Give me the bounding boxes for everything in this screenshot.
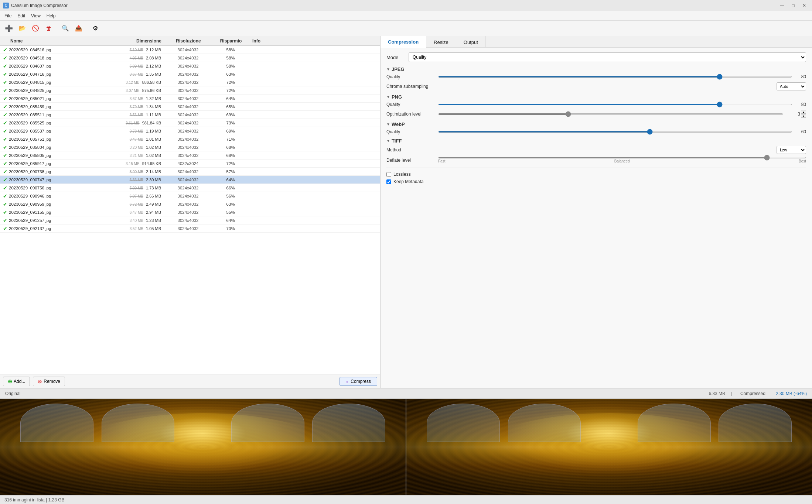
file-row[interactable]: ✔ 20230529_085805.jpg 3.21 MB 1.02 MB 30… (0, 151, 380, 160)
file-status-icon: ✔ (1, 54, 9, 62)
keep-metadata-checkbox[interactable] (386, 179, 391, 184)
menu-edit[interactable]: Edit (14, 12, 28, 20)
file-row[interactable]: ✔ 20230529_085804.jpg 3.20 MB 1.02 MB 30… (0, 143, 380, 151)
file-orig-size: 5.10 MB (130, 48, 143, 52)
webp-section-header: ▼ WebP (386, 121, 806, 127)
file-savings: 57% (212, 169, 249, 174)
file-row[interactable]: ✔ 20230529_084815.jpg 3.12 MB 886.58 KB … (0, 78, 380, 86)
file-name: 20230529_084716.jpg (9, 72, 94, 76)
remove-files-button[interactable]: ⊗ Remove (33, 377, 65, 386)
menu-file[interactable]: File (1, 12, 14, 20)
jpeg-quality-value: 80 (795, 74, 806, 79)
file-new-size: 1.34 MB (146, 104, 161, 109)
png-opt-up[interactable]: ▲ (801, 110, 806, 114)
file-status-icon: ✔ (1, 87, 9, 94)
add-button[interactable]: ➕ (3, 23, 15, 34)
file-new-size: 886.58 KB (142, 80, 161, 85)
add-files-button[interactable]: ⊕ Add... (3, 377, 30, 386)
file-row[interactable]: ✔ 20230529_090738.jpg 5.00 MB 2.14 MB 30… (0, 168, 380, 176)
file-resolution: 3024x4032 (164, 64, 212, 68)
tab-compression[interactable]: Compression (381, 36, 426, 48)
mode-select[interactable]: Quality (409, 52, 806, 62)
file-name: 20230529_085021.jpg (9, 96, 94, 101)
tab-resize[interactable]: Resize (426, 36, 456, 48)
file-resolution: 3024x4032 (164, 48, 212, 52)
file-row[interactable]: ✔ 20230529_085459.jpg 3.79 MB 1.34 MB 30… (0, 103, 380, 111)
png-opt-down[interactable]: ▼ (801, 114, 806, 118)
file-resolution: 3024x4032 (164, 153, 212, 158)
file-row[interactable]: ✔ 20230529_084716.jpg 3.67 MB 1.35 MB 30… (0, 70, 380, 78)
file-status-icon: ✔ (1, 176, 9, 184)
close-button[interactable]: ✕ (799, 2, 809, 9)
file-name: 20230529_090756.jpg (9, 186, 94, 190)
file-dimension: 4.95 MB 2.08 MB (94, 56, 164, 60)
compress-button[interactable]: ⬦ Compress (340, 377, 377, 386)
file-resolution: 3024x4032 (164, 80, 212, 85)
right-panel: Compression Resize Output Mode Quality ▼… (381, 36, 812, 388)
file-row[interactable]: ✔ 20230529_084825.jpg 3.07 MB 875.86 KB … (0, 86, 380, 95)
tiff-deflate-slider[interactable] (438, 157, 806, 158)
png-opt-value: 3 (789, 112, 800, 117)
file-row[interactable]: ✔ 20230529_085511.jpg 3.56 MB 1.11 MB 30… (0, 111, 380, 119)
png-triangle: ▼ (386, 95, 390, 99)
maximize-button[interactable]: □ (788, 2, 798, 9)
file-row[interactable]: ✔ 20230529_085525.jpg 3.61 MB 981.84 KB … (0, 119, 380, 127)
file-row[interactable]: ✔ 20230529_091155.jpg 6.47 MB 2.94 MB 30… (0, 208, 380, 216)
lossless-label[interactable]: Lossless (393, 172, 411, 177)
file-new-size: 2.12 MB (146, 64, 161, 68)
file-row[interactable]: ✔ 20230529_084516.jpg 5.10 MB 2.12 MB 30… (0, 46, 380, 54)
export-button[interactable]: 📤 (73, 23, 85, 34)
file-savings: 58% (212, 56, 249, 60)
file-row[interactable]: ✔ 20230529_084607.jpg 5.09 MB 2.12 MB 30… (0, 62, 380, 70)
search-button[interactable]: 🔍 (59, 23, 71, 34)
menu-help[interactable]: Help (44, 12, 59, 20)
webp-quality-slider-wrap (438, 131, 792, 133)
tiff-method-select[interactable]: Lzw (777, 146, 806, 154)
file-resolution: 3024x4032 (164, 145, 212, 150)
file-new-size: 2.14 MB (146, 169, 161, 174)
file-row[interactable]: ✔ 20230529_090946.jpg 6.07 MB 2.66 MB 30… (0, 192, 380, 200)
jpeg-chroma-select[interactable]: Auto (777, 82, 806, 90)
jpeg-quality-slider[interactable] (438, 76, 792, 78)
file-savings: 66% (212, 186, 249, 190)
file-new-size: 1.05 MB (146, 226, 161, 231)
jpeg-chroma-row: Chroma subsampling Auto (386, 82, 806, 90)
file-row[interactable]: ✔ 20230529_085537.jpg 3.78 MB 1.19 MB 30… (0, 127, 380, 135)
file-name: 20230529_085805.jpg (9, 153, 94, 158)
file-orig-size: 6.47 MB (130, 210, 143, 215)
file-new-size: 2.66 MB (146, 194, 161, 198)
file-row[interactable]: ✔ 20230529_085917.jpg 3.15 MB 914.95 KB … (0, 160, 380, 168)
file-name: 20230529_084825.jpg (9, 88, 94, 93)
file-new-size: 2.30 MB (146, 178, 161, 182)
file-row[interactable]: ✔ 20230529_085751.jpg 3.47 MB 1.01 MB 30… (0, 135, 380, 143)
remove-button[interactable]: 🚫 (30, 23, 41, 34)
file-row[interactable]: ✔ 20230529_085021.jpg 3.67 MB 1.32 MB 30… (0, 95, 380, 103)
tab-output[interactable]: Output (456, 36, 486, 48)
png-quality-slider[interactable] (438, 104, 792, 105)
file-row[interactable]: ✔ 20230529_090756.jpg 5.09 MB 1.73 MB 30… (0, 184, 380, 192)
file-dimension: 6.72 MB 2.49 MB (94, 202, 164, 206)
settings-button[interactable]: ⚙ (89, 23, 101, 34)
menu-view[interactable]: View (28, 12, 44, 20)
clear-button[interactable]: 🗑 (43, 23, 55, 34)
compressed-label: Compressed (735, 391, 771, 396)
file-savings: 72% (212, 161, 249, 166)
keep-metadata-label[interactable]: Keep Metadata (393, 179, 423, 184)
file-row[interactable]: ✔ 20230529_090747.jpg 6.33 MB 2.30 MB 30… (0, 176, 380, 184)
file-row[interactable]: ✔ 20230529_090959.jpg 6.72 MB 2.49 MB 30… (0, 200, 380, 208)
file-row[interactable]: ✔ 20230529_091257.jpg 3.40 MB 1.23 MB 30… (0, 216, 380, 224)
file-new-size: 1.32 MB (146, 96, 161, 101)
file-row[interactable]: ✔ 20230529_092137.jpg 3.52 MB 1.05 MB 30… (0, 224, 380, 233)
file-name: 20230529_085511.jpg (9, 113, 94, 117)
minimize-button[interactable]: — (777, 2, 787, 9)
lossless-checkbox[interactable] (386, 172, 391, 177)
webp-quality-slider[interactable] (438, 131, 792, 133)
file-row[interactable]: ✔ 20230529_084518.jpg 4.95 MB 2.08 MB 30… (0, 54, 380, 62)
png-opt-slider[interactable] (438, 113, 783, 115)
app-title: Caesium Image Compressor (11, 3, 777, 8)
tiff-deflate-row: Deflate level Fast Balanced Best (386, 157, 806, 163)
file-savings: 65% (212, 104, 249, 109)
file-orig-size: 6.72 MB (130, 202, 143, 206)
file-name: 20230529_085917.jpg (9, 161, 94, 166)
open-folder-button[interactable]: 📂 (16, 23, 28, 34)
